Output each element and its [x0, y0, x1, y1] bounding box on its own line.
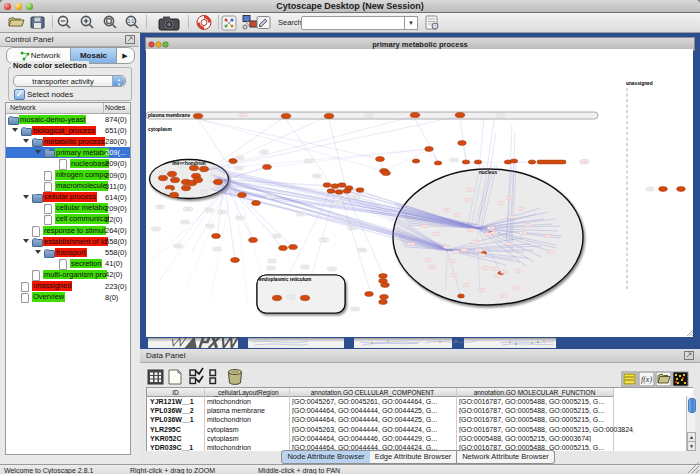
svg-text:unassigned: unassigned: [626, 81, 653, 86]
svg-text:f(x): f(x): [641, 375, 652, 384]
svg-text:plasma membrane: plasma membrane: [148, 113, 190, 118]
svg-text:endoplasmic reticulum: endoplasmic reticulum: [259, 277, 311, 282]
svg-text:mitochondrion: mitochondrion: [172, 161, 206, 166]
svg-text:cytoplasm: cytoplasm: [148, 127, 172, 132]
svg-text:1:1: 1:1: [128, 19, 135, 24]
